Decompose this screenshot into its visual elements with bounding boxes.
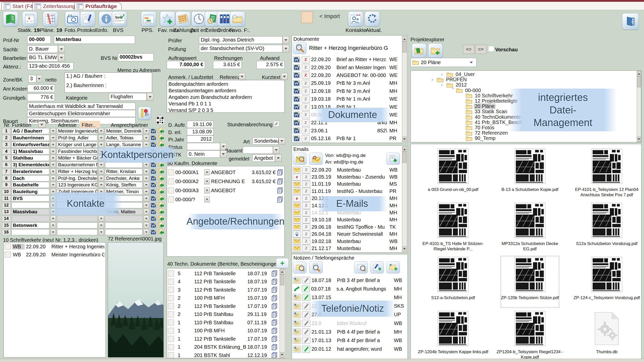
mail-icon[interactable] [293, 245, 301, 252]
tree-row[interactable]: › 04_User [411, 72, 641, 77]
sachb-dropdown-arrow-icon[interactable] [58, 45, 65, 53]
pruefung-dropdown-arrow-icon[interactable] [283, 45, 289, 52]
file-cell[interactable]: MP3312a Schutzbeton Decke EG.pdf [492, 202, 568, 255]
copy-icon[interactable] [271, 278, 278, 285]
notiz-row[interactable]: 17.01.13 PrB 4 4f per Brief a WB [292, 336, 406, 345]
contact-doc-icon[interactable] [150, 215, 157, 222]
foto-button[interactable] [65, 11, 80, 26]
adresse-dropdown-arrow-icon[interactable] [98, 189, 104, 195]
email-row[interactable]: e Z 19.02.18 Musterbau WB [292, 238, 401, 245]
pdf-z-icon[interactable]: Z [302, 166, 310, 173]
bvs-nr-field[interactable]: 00002bvs [118, 53, 154, 61]
notiz-row[interactable]: 27.0 UP [292, 310, 406, 319]
funktion-dropdown-arrow-icon[interactable] [50, 222, 56, 228]
bstk-select[interactable]: 0. Nein [187, 150, 220, 158]
notiz-row[interactable]: 21.01.13 PrB 4 4f per Brief a MH [292, 328, 406, 336]
reference-photo[interactable] [108, 242, 164, 357]
dokument-row[interactable]: Z 22.09.20 Brief an Ritter + Herzog WE [292, 56, 401, 63]
word-doc-icon[interactable] [293, 104, 300, 110]
contact-row-number[interactable]: 11 [2, 195, 11, 202]
contact-doc-icon[interactable] [150, 141, 157, 148]
partner-dropdown-arrow-icon[interactable] [144, 202, 149, 208]
contact-doc-icon[interactable] [150, 162, 157, 168]
tree-folder-name[interactable]: 10 Schriftverkehr [474, 93, 514, 99]
techn-row[interactable]: 4 112 PrB Tankstelle 18.07.19 [167, 278, 279, 286]
doc-preview-button[interactable] [293, 42, 307, 54]
note-icon[interactable] [293, 346, 301, 353]
dokument-row[interactable]: Z 05.12.16 PrB Nr 1 PR [292, 135, 401, 142]
row-checkbox[interactable] [168, 352, 174, 358]
row-checkbox[interactable] [168, 270, 174, 276]
pdf-z-icon[interactable]: Z [302, 80, 310, 87]
transfer-arrow-icon[interactable] [158, 155, 165, 161]
tab-pruefauftraege[interactable]: Prüfaufträge [75, 2, 122, 10]
partner-dropdown-arrow-icon[interactable] [144, 135, 149, 141]
contact-funktion-select[interactable]: Betonwerk [12, 222, 49, 228]
email-row[interactable]: e Z 14.12.1 MH [292, 202, 401, 209]
path-dropdown-arrow-icon[interactable] [468, 59, 474, 65]
contact-adresse-select[interactable]: Möller + Bäcker Gmb [57, 155, 97, 161]
import-link[interactable]: < Import [319, 13, 340, 20]
status-select[interactable] [187, 143, 220, 150]
row-checkbox[interactable] [168, 279, 174, 285]
contact-row[interactable]: 5 Stahlbau Möller + Bäcker Gmb [2, 155, 165, 162]
tree-folder-name[interactable]: 00-000 [464, 88, 482, 93]
mail-icon[interactable] [293, 181, 301, 188]
contact-adresse-select[interactable] [57, 229, 97, 235]
folder-add-button[interactable] [428, 43, 443, 58]
word-doc-icon[interactable] [293, 64, 300, 71]
contact-partner-select[interactable]: König, Steffen [105, 182, 143, 188]
zahlungs-button[interactable] [176, 11, 191, 26]
d-auftr-field[interactable]: 19.11.09 [187, 121, 214, 128]
bstk-dropdown-arrow-icon[interactable] [220, 150, 227, 158]
favo-folder-button[interactable] [230, 11, 245, 26]
techn-row[interactable]: 1 201 BSTK Stahl 12.12.19 [167, 351, 279, 358]
copy-icon[interactable] [271, 352, 278, 358]
note-icon[interactable] [293, 328, 301, 335]
copy-icon[interactable] [271, 328, 278, 334]
zone-select[interactable]: 3 [28, 75, 36, 83]
tree-row[interactable]: › 00-000 [411, 88, 641, 93]
statik-button[interactable] [22, 11, 37, 26]
tree-folder-name[interactable]: 20 Pläne [474, 103, 496, 109]
contact-row[interactable]: 4 1) Massivbau Fassbinder Hochbau [2, 148, 165, 155]
word-doc-icon[interactable] [293, 80, 300, 87]
d-erl-field[interactable]: 13.08.09 [187, 128, 214, 135]
word-doc-icon[interactable] [293, 127, 300, 134]
new-note-edit-button[interactable] [370, 261, 384, 273]
art-select[interactable]: Sonderbau [252, 137, 279, 145]
horizontal-scrollbar[interactable] [0, 359, 644, 362]
project-name-field[interactable]: Musterbau [54, 36, 135, 44]
gemeldet-select[interactable]: Angebot [252, 154, 275, 162]
dokument-row[interactable]: Z 25.09.19 PrB Nr 3 m.Anl MH [292, 79, 401, 87]
row-checkbox[interactable] [168, 344, 174, 350]
transfer-arrow-icon[interactable] [158, 188, 165, 195]
objekt-line1-field[interactable]: Musterhaus mit Waldblick auf Tannenwald [27, 103, 135, 110]
row-checkbox[interactable] [5, 252, 11, 258]
contact-funktion-select[interactable]: Baubehelfe [12, 182, 49, 188]
contact-row[interactable]: 14 [2, 215, 165, 222]
funktion-dropdown-arrow-icon[interactable] [50, 209, 56, 215]
tree-row[interactable]: › 20 Pläne [411, 104, 641, 109]
funktion-dropdown-arrow-icon[interactable] [50, 175, 56, 181]
partner-dropdown-arrow-icon[interactable] [144, 162, 149, 168]
funktion-dropdown-arrow-icon[interactable] [50, 169, 56, 175]
mail-icon[interactable] [293, 188, 301, 195]
contact-doc-icon[interactable] [150, 155, 157, 161]
funktion-dropdown-arrow-icon[interactable] [50, 216, 56, 222]
partner-dropdown-arrow-icon[interactable] [144, 148, 149, 154]
pdf-z-icon[interactable]: Z [302, 181, 310, 188]
tree-scrollbar[interactable] [637, 71, 641, 142]
edit-pencil-icon[interactable] [302, 337, 310, 344]
funktion-dropdown-arrow-icon[interactable] [50, 195, 56, 202]
techn-row[interactable]: 2 100 PrB MFH 15.07.19 [167, 294, 279, 302]
transfer-arrow-icon[interactable] [158, 148, 165, 155]
contact-doc-icon[interactable] [150, 209, 157, 215]
plaene-button[interactable] [43, 11, 58, 26]
doc-dropdown-arrow-icon[interactable] [204, 196, 210, 203]
adresse-dropdown-arrow-icon[interactable] [98, 155, 104, 161]
pdf-z-icon[interactable]: Z [302, 195, 310, 202]
adresse-dropdown-arrow-icon[interactable] [98, 135, 104, 141]
contact-partner-select[interactable] [105, 155, 143, 161]
funktion-header-dropdown-arrow-icon[interactable] [38, 121, 45, 128]
